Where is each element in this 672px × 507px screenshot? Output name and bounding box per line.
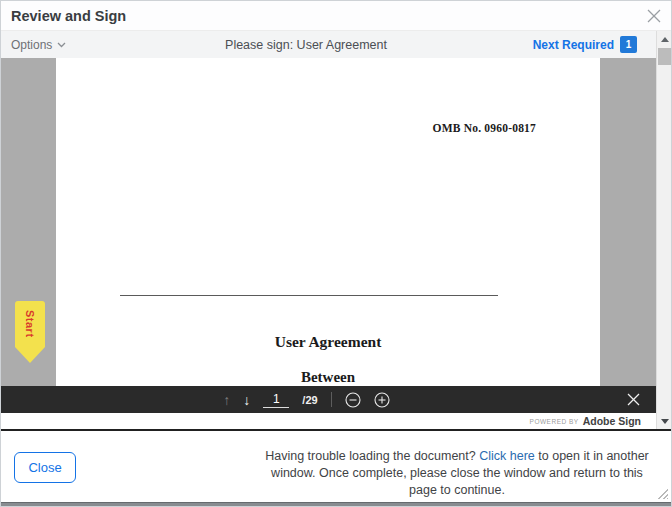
vertical-scrollbar[interactable]	[656, 31, 672, 429]
window-bottom-edge	[1, 502, 671, 507]
please-sign-message: Please sign: User Agreement	[1, 31, 611, 58]
resize-grip[interactable]	[657, 488, 668, 499]
scrollbar-down-icon[interactable]	[657, 414, 672, 428]
help-text: Having trouble loading the document? Cli…	[256, 448, 658, 499]
zoom-out-icon[interactable]	[345, 392, 361, 408]
document-page: OMB No. 0960-0817 User Agreement Between	[56, 58, 600, 386]
start-tag-label: Start	[24, 310, 36, 338]
start-tag-body: Start	[15, 301, 45, 347]
page-total: /29	[302, 394, 317, 406]
next-required-button[interactable]: Next Required 1	[533, 31, 637, 58]
branding-strip: POWERED BY Adobe Sign	[1, 413, 656, 429]
toolbar-divider	[331, 392, 332, 407]
footer-panel: Close Having trouble loading the documen…	[1, 431, 671, 502]
dialog-header: Review and Sign	[1, 1, 671, 31]
powered-by-label: POWERED BY	[530, 418, 579, 425]
zoom-in-icon[interactable]	[374, 392, 390, 408]
document-viewer: OMB No. 0960-0817 User Agreement Between…	[1, 58, 656, 386]
sign-toolbar: Options Please sign: User Agreement Next…	[1, 31, 671, 58]
click-here-link[interactable]: Click here	[479, 449, 535, 463]
start-tag-arrow-icon	[15, 347, 45, 363]
brand-name: Adobe Sign	[583, 415, 641, 427]
document-divider-line	[120, 295, 498, 296]
next-page-icon[interactable]: ↓	[243, 393, 250, 407]
close-button[interactable]: Close	[14, 452, 76, 483]
document-subtitle: Between	[56, 369, 600, 386]
close-icon[interactable]	[643, 5, 665, 27]
pdf-toolbar: ↑ ↓ 1 /29	[1, 386, 656, 413]
previous-page-icon[interactable]: ↑	[223, 393, 230, 407]
scrollbar-thumb[interactable]	[658, 48, 672, 65]
document-title: User Agreement	[56, 333, 600, 351]
omb-number: OMB No. 0960-0817	[433, 122, 536, 134]
review-and-sign-dialog: Review and Sign Options Please sign: Use…	[0, 0, 672, 507]
help-text-line1-pre: Having trouble loading the document?	[265, 449, 479, 463]
pdf-controls: ↑ ↓ 1 /29	[0, 386, 634, 413]
help-text-line2: Once complete, please close the window a…	[319, 466, 643, 497]
pdf-toolbar-close-icon[interactable]	[627, 393, 640, 406]
page-number-input[interactable]: 1	[263, 392, 289, 408]
next-required-label: Next Required	[533, 38, 614, 52]
dialog-title: Review and Sign	[11, 1, 126, 31]
start-tag[interactable]: Start	[15, 301, 45, 363]
next-required-count-badge: 1	[620, 36, 637, 53]
scrollbar-up-icon[interactable]	[657, 32, 672, 46]
powered-by-badge: POWERED BY Adobe Sign	[530, 413, 641, 429]
